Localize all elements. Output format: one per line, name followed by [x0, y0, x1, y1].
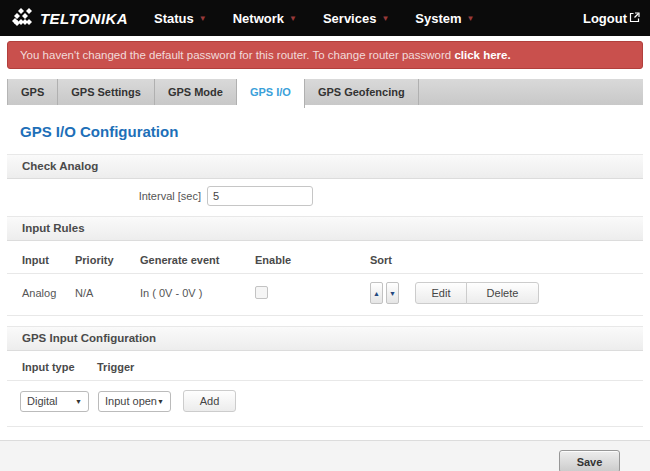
tab-gps-geofencing[interactable]: GPS Geofencing: [305, 79, 419, 105]
check-analog-header: Check Analog: [7, 154, 643, 179]
col-input: Input: [22, 254, 75, 266]
check-analog-section: Check Analog Interval [sec]: [7, 154, 643, 216]
menu-label: System: [415, 11, 461, 26]
table-row: Analog N/A In ( 0V - 0V ) ▲ ▼ Edit Delet…: [7, 274, 643, 312]
logout-button[interactable]: Logout: [583, 11, 640, 26]
interval-row: Interval [sec]: [7, 179, 643, 216]
col-enable: Enable: [255, 254, 370, 266]
input-rules-column-headers: Input Priority Generate event Enable Sor…: [7, 241, 643, 274]
warning-text: You haven't changed the default password…: [20, 49, 454, 61]
tab-gps-mode[interactable]: GPS Mode: [155, 79, 237, 105]
col-generate-event: Generate event: [140, 254, 255, 266]
input-rules-header: Input Rules: [7, 216, 643, 241]
chevron-down-icon: ▼: [381, 13, 389, 23]
trigger-label: Trigger: [97, 361, 643, 373]
gps-tab-bar: GPS GPS Settings GPS Mode GPS I/O GPS Ge…: [7, 79, 643, 105]
tab-gps-io[interactable]: GPS I/O: [237, 79, 305, 108]
tab-gps-settings[interactable]: GPS Settings: [58, 79, 155, 105]
gps-input-config-section: GPS Input Configuration Input type Trigg…: [7, 326, 643, 427]
input-type-value: Digital: [27, 395, 58, 407]
sort-up-icon: ▲: [373, 290, 380, 297]
row-actions: Edit Delete: [415, 282, 643, 304]
menu-label: Status: [154, 11, 194, 26]
delete-button[interactable]: Delete: [466, 282, 539, 304]
add-button[interactable]: Add: [183, 390, 236, 412]
cell-priority: N/A: [75, 287, 140, 299]
menu-item-system[interactable]: System ▼: [415, 11, 474, 26]
gps-input-config-header: GPS Input Configuration: [7, 326, 643, 351]
input-type-label: Input type: [22, 361, 97, 373]
logout-label: Logout: [583, 11, 627, 26]
logout-icon: [629, 11, 640, 23]
change-password-link[interactable]: click here.: [454, 49, 510, 61]
menu-item-status[interactable]: Status ▼: [154, 11, 207, 26]
interval-label: Interval [sec]: [7, 190, 207, 202]
chevron-down-icon: ▼: [199, 13, 207, 23]
chevron-down-icon: ▼: [75, 398, 82, 405]
sort-up-button[interactable]: ▲: [370, 282, 383, 304]
edit-button[interactable]: Edit: [415, 282, 467, 304]
teltonika-chevrons-icon: [10, 6, 35, 30]
gps-input-column-headers: Input type Trigger: [7, 351, 643, 381]
trigger-select[interactable]: Input open ▼: [98, 391, 171, 412]
menu-item-network[interactable]: Network ▼: [233, 11, 297, 26]
brand-text: TELTONIKA: [40, 10, 128, 27]
main-menu: Status ▼ Network ▼ Services ▼ System ▼: [154, 11, 474, 26]
col-priority: Priority: [75, 254, 140, 266]
trigger-value: Input open: [105, 395, 157, 407]
chevron-down-icon: ▼: [157, 398, 164, 405]
input-type-select[interactable]: Digital ▼: [20, 391, 89, 412]
cell-generate-event: In ( 0V - 0V ): [140, 287, 255, 299]
sort-down-button[interactable]: ▼: [386, 282, 399, 304]
interval-input[interactable]: [207, 186, 313, 206]
footer-bar: Save: [0, 440, 650, 471]
tab-gps[interactable]: GPS: [8, 79, 58, 105]
chevron-down-icon: ▼: [289, 13, 297, 23]
save-button[interactable]: Save: [559, 450, 620, 471]
top-navbar: TELTONIKA Status ▼ Network ▼ Services ▼ …: [0, 0, 650, 36]
page-title: GPS I/O Configuration: [20, 123, 650, 140]
input-rules-section: Input Rules Input Priority Generate even…: [7, 216, 643, 316]
menu-item-services[interactable]: Services ▼: [323, 11, 389, 26]
col-sort: Sort: [370, 254, 415, 266]
chevron-down-icon: ▼: [467, 13, 475, 23]
menu-label: Services: [323, 11, 377, 26]
menu-label: Network: [233, 11, 284, 26]
password-warning-banner: You haven't changed the default password…: [7, 41, 643, 69]
cell-input: Analog: [22, 287, 75, 299]
enable-checkbox[interactable]: [255, 286, 268, 299]
teltonika-logo: TELTONIKA: [10, 6, 128, 30]
sort-controls: ▲ ▼: [370, 282, 415, 304]
gps-input-controls: Digital ▼ Input open ▼ Add: [7, 381, 643, 423]
sort-down-icon: ▼: [389, 290, 396, 297]
